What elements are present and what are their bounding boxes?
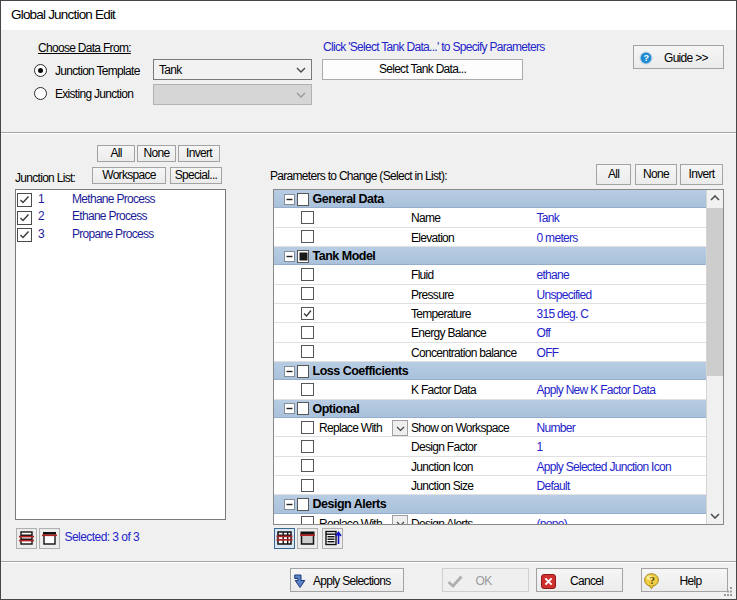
svg-text:?: ? <box>649 574 654 586</box>
svg-text:?: ? <box>644 53 649 63</box>
